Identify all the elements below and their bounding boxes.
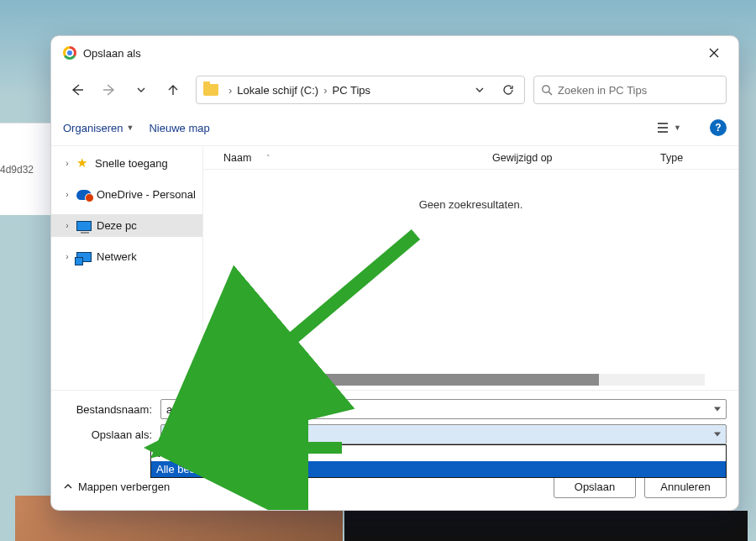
new-folder-label: Nieuwe map [149,122,209,134]
column-headers: Naam ˄ Gewijzigd op Type [203,146,738,170]
option-label: WEBP-bestand (*.webp) [156,447,275,460]
close-button[interactable] [695,39,733,66]
chrome-icon [63,46,76,60]
folder-icon [203,84,218,96]
pc-icon [76,221,92,231]
filename-label: Bestandsnaam: [63,403,155,416]
background-dark-fragment [344,511,748,541]
up-button[interactable] [159,76,187,103]
list-view-icon [657,122,670,134]
dialog-title: Opslaan als [83,47,141,60]
nav-tree: › ★ Snelle toegang › OneDrive - Personal… [51,146,202,390]
back-button[interactable] [63,76,92,103]
refresh-icon [502,84,514,96]
tree-label: Deze pc [97,219,137,232]
col-type[interactable]: Type [660,152,683,164]
forward-button[interactable] [95,76,123,103]
recent-dropdown[interactable] [127,76,155,103]
help-button[interactable]: ? [710,119,727,136]
save-label: Opslaan [575,481,615,493]
arrow-right-icon [102,83,116,97]
close-icon [709,48,719,58]
breadcrumb-drive[interactable]: Lokale schijf (C:) [237,84,318,97]
empty-results-message: Geen zoekresultaten. [203,170,738,211]
view-mode-button[interactable]: ▼ [652,118,686,137]
file-list-pane: Naam ˄ Gewijzigd op Type Geen zoekresult… [202,146,738,390]
col-name[interactable]: Naam [223,152,251,164]
scrollbar-thumb[interactable] [222,374,599,386]
col-modified[interactable]: Gewijzigd op [492,152,553,164]
nav-row: › Lokale schijf (C:) › PC Tips [51,70,738,110]
chevron-up-icon [63,481,73,491]
save-as-type-row: Opslaan als: Alle bestanden (*.*) [63,424,727,444]
arrow-up-icon [166,83,180,97]
horizontal-scrollbar[interactable] [203,376,738,390]
scrollbar-track [222,374,705,386]
cancel-label: Annuleren [660,481,710,493]
network-icon [76,252,92,262]
save-as-type-combo[interactable]: Alle bestanden (*.*) [160,424,727,444]
tree-item-onedrive[interactable]: › OneDrive - Personal [51,183,202,206]
filetype-option-all[interactable]: Alle bestanden (*.*) [151,461,726,477]
filetype-option-webp[interactable]: WEBP-bestand (*.webp) [151,445,726,461]
titlebar: Opslaan als [51,36,738,70]
sort-indicator-icon: ˄ [266,154,270,162]
background-partial-text: 4d9d32 [0,164,34,176]
help-icon: ? [715,122,721,134]
filename-input[interactable]: afbeelding.jpg [160,399,727,419]
tree-item-network[interactable]: › Netwerk [51,245,202,268]
tree-label: Snelle toegang [95,157,168,170]
breadcrumb-folder[interactable]: PC Tips [333,84,371,97]
search-input[interactable]: Zoeken in PC Tips [533,76,727,104]
toolbar: Organiseren ▼ Nieuwe map ▼ ? [51,110,738,145]
search-icon [541,84,553,96]
hide-folders-label: Mappen verbergen [78,481,170,493]
filename-value: afbeelding.jpg [166,403,234,416]
organize-menu[interactable]: Organiseren ▼ [63,122,134,134]
tree-item-this-pc[interactable]: › Deze pc [51,214,202,237]
breadcrumb-history[interactable] [467,78,492,102]
save-as-type-label: Opslaan als: [63,428,155,441]
save-as-selected: Alle bestanden (*.*) [166,428,260,441]
refresh-button[interactable] [496,78,521,102]
tree-label: OneDrive - Personal [97,188,196,201]
body-area: › ★ Snelle toegang › OneDrive - Personal… [51,145,738,390]
chevron-down-icon [136,85,146,95]
filename-row: Bestandsnaam: afbeelding.jpg [63,399,727,419]
search-placeholder: Zoeken in PC Tips [558,84,647,97]
save-as-dialog: Opslaan als [50,35,739,511]
background-browser-fragment: 4d9d32 [0,123,50,215]
chevron-down-icon [475,85,485,95]
option-label: Alle bestanden (*.*) [156,463,250,475]
cancel-button[interactable]: Annuleren [644,475,727,498]
bottom-panel: Bestandsnaam: afbeelding.jpg Opslaan als… [51,390,738,510]
star-icon: ★ [76,156,90,170]
tree-item-quick-access[interactable]: › ★ Snelle toegang [51,151,202,175]
organize-label: Organiseren [63,122,123,134]
tree-label: Netwerk [97,250,137,263]
new-folder-button[interactable]: Nieuwe map [149,122,209,134]
onedrive-icon [76,190,92,200]
arrow-left-icon [71,83,84,97]
svg-point-0 [543,86,549,92]
breadcrumb[interactable]: › Lokale schijf (C:) › PC Tips [196,76,525,104]
hide-folders-toggle[interactable]: Mappen verbergen [63,481,170,493]
save-button[interactable]: Opslaan [554,475,636,498]
save-as-type-dropdown: WEBP-bestand (*.webp) Alle bestanden (*.… [150,444,727,478]
